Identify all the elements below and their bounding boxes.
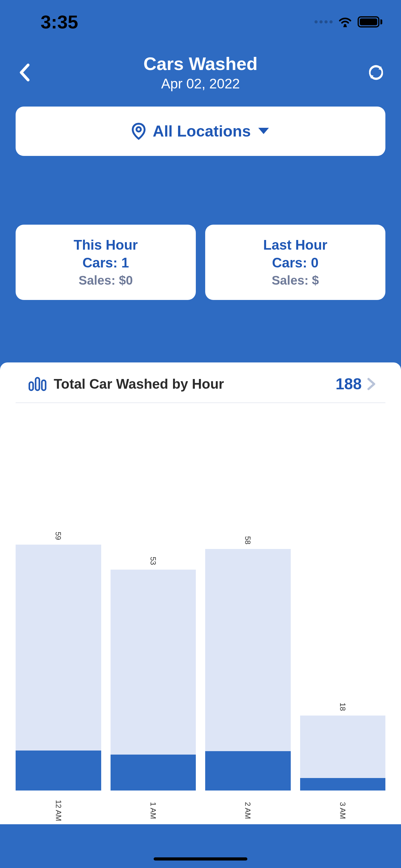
chart-panel: Total Car Washed by Hour 188 5912 AM531 … [0,363,401,824]
location-pin-icon [132,122,146,140]
refresh-icon [367,64,385,81]
bar-category-label: 12 AM [54,800,63,821]
status-bar: 3:35 [0,0,401,50]
location-dropdown[interactable]: All Locations [15,106,386,156]
refresh-button[interactable] [367,63,386,82]
bar-category-label: 1 AM [149,802,157,819]
bar-value-label: 18 [338,703,347,711]
home-indicator[interactable] [154,857,247,861]
chart-bar[interactable]: 531 AM [110,406,196,815]
this-hour-sales: Sales: $0 [22,273,190,287]
status-indicators [314,16,382,28]
svg-point-0 [344,24,346,27]
chevron-left-icon [19,63,31,82]
bottom-bar [0,824,401,868]
location-dropdown-label: All Locations [153,122,251,140]
chart-bar[interactable]: 582 AM [205,406,291,815]
page-header: Cars Washed Apr 02, 2022 [0,50,401,101]
chart-body: 5912 AM531 AM582 AM183 AM [0,406,401,824]
bar-value-label: 58 [244,536,252,545]
this-hour-card[interactable]: This Hour Cars: 1 Sales: $0 [15,225,196,300]
chart-bar[interactable]: 5912 AM [15,406,101,815]
page-subtitle: Apr 02, 2022 [34,76,367,92]
svg-rect-3 [36,378,39,390]
bar-chart-icon [28,376,47,392]
svg-point-1 [136,127,141,131]
chart-bar[interactable]: 183 AM [300,406,386,815]
chevron-right-icon [367,378,376,390]
chart-total-value: 188 [336,375,362,393]
cellular-dots-icon [314,20,333,24]
header-title-group: Cars Washed Apr 02, 2022 [34,53,367,92]
chart-title: Total Car Washed by Hour [54,376,336,392]
bar-category-label: 2 AM [244,802,252,819]
status-time: 3:35 [41,11,78,33]
stat-cards-row: This Hour Cars: 1 Sales: $0 Last Hour Ca… [0,225,401,300]
bar-value-label: 53 [149,557,157,565]
wifi-icon [338,17,352,27]
chart-bars-area[interactable]: 5912 AM531 AM582 AM183 AM [15,406,386,815]
last-hour-cars: Cars: 0 [211,254,379,272]
this-hour-title: This Hour [22,236,190,254]
battery-icon [358,16,382,28]
page-title: Cars Washed [34,53,367,74]
bar-category-label: 3 AM [338,802,347,819]
chart-header[interactable]: Total Car Washed by Hour 188 [15,375,386,403]
last-hour-sales: Sales: $ [211,273,379,287]
svg-rect-4 [42,380,45,390]
svg-rect-2 [29,382,33,390]
caret-down-icon [258,127,269,135]
this-hour-cars: Cars: 1 [22,254,190,272]
last-hour-card[interactable]: Last Hour Cars: 0 Sales: $ [205,225,386,300]
back-button[interactable] [15,60,34,85]
bar-value-label: 59 [54,532,63,540]
last-hour-title: Last Hour [211,236,379,254]
